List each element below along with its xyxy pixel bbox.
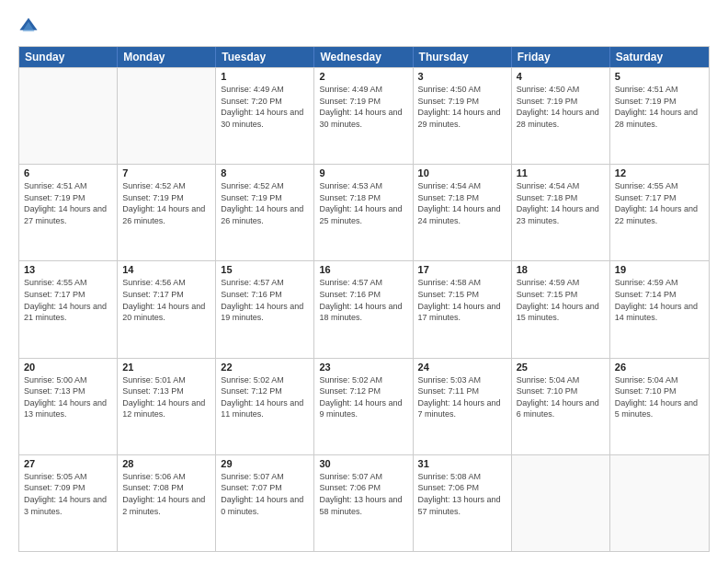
daylight-text: Daylight: 14 hours and 26 minutes. (221, 203, 309, 226)
week-row-4: 20Sunrise: 5:00 AMSunset: 7:13 PMDayligh… (19, 358, 709, 454)
day-cell-30: 30Sunrise: 5:07 AMSunset: 7:06 PMDayligh… (314, 455, 413, 551)
day-cell-2: 2Sunrise: 4:49 AMSunset: 7:19 PMDaylight… (314, 68, 413, 164)
day-cell-7: 7Sunrise: 4:52 AMSunset: 7:19 PMDaylight… (118, 165, 216, 260)
day-number: 31 (418, 458, 506, 469)
day-number: 21 (122, 362, 210, 373)
sunset-text: Sunset: 7:16 PM (221, 289, 309, 301)
day-number: 13 (24, 264, 112, 275)
daylight-text: Daylight: 14 hours and 15 minutes. (517, 301, 605, 324)
sunset-text: Sunset: 7:18 PM (418, 192, 506, 204)
sunset-text: Sunset: 7:13 PM (24, 385, 112, 397)
day-number: 22 (221, 362, 309, 373)
day-number: 29 (221, 458, 309, 469)
week-row-5: 27Sunrise: 5:05 AMSunset: 7:09 PMDayligh… (19, 454, 709, 551)
sunset-text: Sunset: 7:15 PM (517, 289, 605, 301)
sunset-text: Sunset: 7:09 PM (24, 482, 112, 494)
sunrise-text: Sunrise: 5:02 AM (221, 374, 309, 386)
day-cell-1: 1Sunrise: 4:49 AMSunset: 7:20 PMDaylight… (216, 68, 314, 164)
sunrise-text: Sunrise: 4:49 AM (319, 84, 407, 96)
sunset-text: Sunset: 7:17 PM (122, 289, 210, 301)
week-row-2: 6Sunrise: 4:51 AMSunset: 7:19 PMDaylight… (19, 164, 709, 260)
day-number: 6 (24, 167, 112, 178)
day-cell-20: 20Sunrise: 5:00 AMSunset: 7:13 PMDayligh… (19, 359, 118, 454)
day-number: 30 (319, 458, 407, 469)
day-cell-24: 24Sunrise: 5:03 AMSunset: 7:11 PMDayligh… (414, 359, 512, 454)
day-cell-29: 29Sunrise: 5:07 AMSunset: 7:07 PMDayligh… (216, 455, 314, 551)
daylight-text: Daylight: 14 hours and 0 minutes. (221, 494, 309, 517)
sunrise-text: Sunrise: 4:51 AM (615, 84, 704, 96)
day-cell-18: 18Sunrise: 4:59 AMSunset: 7:15 PMDayligh… (512, 261, 610, 357)
day-cell-19: 19Sunrise: 4:59 AMSunset: 7:14 PMDayligh… (610, 261, 709, 357)
day-number: 7 (122, 167, 210, 178)
sunset-text: Sunset: 7:20 PM (221, 96, 309, 108)
day-cell-25: 25Sunrise: 5:04 AMSunset: 7:10 PMDayligh… (512, 359, 610, 454)
day-cell-5: 5Sunrise: 4:51 AMSunset: 7:19 PMDaylight… (610, 68, 709, 164)
sunset-text: Sunset: 7:06 PM (418, 482, 506, 494)
sunrise-text: Sunrise: 4:58 AM (418, 277, 506, 289)
sunset-text: Sunset: 7:18 PM (517, 192, 605, 204)
logo (18, 17, 42, 37)
calendar: SundayMondayTuesdayWednesdayThursdayFrid… (18, 46, 710, 552)
daylight-text: Daylight: 14 hours and 30 minutes. (221, 107, 309, 130)
daylight-text: Daylight: 14 hours and 28 minutes. (517, 107, 605, 130)
sunrise-text: Sunrise: 4:52 AM (122, 180, 210, 192)
daylight-text: Daylight: 14 hours and 6 minutes. (517, 397, 605, 420)
daylight-text: Daylight: 14 hours and 17 minutes. (418, 301, 506, 324)
day-cell-3: 3Sunrise: 4:50 AMSunset: 7:19 PMDaylight… (414, 68, 512, 164)
daylight-text: Daylight: 13 hours and 58 minutes. (319, 494, 407, 517)
sunset-text: Sunset: 7:18 PM (319, 192, 407, 204)
header-day-sunday: Sunday (19, 47, 118, 67)
empty-cell (512, 455, 610, 551)
header-day-monday: Monday (118, 47, 216, 67)
sunset-text: Sunset: 7:19 PM (418, 96, 506, 108)
sunrise-text: Sunrise: 5:00 AM (24, 374, 112, 386)
sunset-text: Sunset: 7:10 PM (615, 385, 704, 397)
day-cell-11: 11Sunrise: 4:54 AMSunset: 7:18 PMDayligh… (512, 165, 610, 260)
day-cell-12: 12Sunrise: 4:55 AMSunset: 7:17 PMDayligh… (610, 165, 709, 260)
day-cell-28: 28Sunrise: 5:06 AMSunset: 7:08 PMDayligh… (118, 455, 216, 551)
day-number: 19 (615, 264, 704, 275)
sunset-text: Sunset: 7:19 PM (24, 192, 112, 204)
daylight-text: Daylight: 14 hours and 13 minutes. (24, 397, 112, 420)
daylight-text: Daylight: 14 hours and 12 minutes. (122, 397, 210, 420)
day-number: 15 (221, 264, 309, 275)
sunrise-text: Sunrise: 4:56 AM (122, 277, 210, 289)
daylight-text: Daylight: 14 hours and 26 minutes. (122, 203, 210, 226)
day-number: 18 (517, 264, 605, 275)
day-number: 8 (221, 167, 309, 178)
sunset-text: Sunset: 7:19 PM (517, 96, 605, 108)
header-day-saturday: Saturday (610, 47, 709, 67)
day-number: 4 (517, 71, 605, 82)
sunrise-text: Sunrise: 4:55 AM (24, 277, 112, 289)
sunrise-text: Sunrise: 4:50 AM (517, 84, 605, 96)
sunset-text: Sunset: 7:11 PM (418, 385, 506, 397)
day-number: 2 (319, 71, 407, 82)
sunrise-text: Sunrise: 5:07 AM (221, 471, 309, 483)
day-cell-4: 4Sunrise: 4:50 AMSunset: 7:19 PMDaylight… (512, 68, 610, 164)
sunset-text: Sunset: 7:12 PM (221, 385, 309, 397)
sunset-text: Sunset: 7:13 PM (122, 385, 210, 397)
day-number: 9 (319, 167, 407, 178)
day-number: 27 (24, 458, 112, 469)
sunrise-text: Sunrise: 4:49 AM (221, 84, 309, 96)
sunrise-text: Sunrise: 4:57 AM (319, 277, 407, 289)
day-cell-26: 26Sunrise: 5:04 AMSunset: 7:10 PMDayligh… (610, 359, 709, 454)
day-number: 5 (615, 71, 704, 82)
day-cell-6: 6Sunrise: 4:51 AMSunset: 7:19 PMDaylight… (19, 165, 118, 260)
logo-icon (18, 17, 39, 37)
day-number: 16 (319, 264, 407, 275)
sunset-text: Sunset: 7:17 PM (24, 289, 112, 301)
day-cell-21: 21Sunrise: 5:01 AMSunset: 7:13 PMDayligh… (118, 359, 216, 454)
header-day-tuesday: Tuesday (216, 47, 314, 67)
sunrise-text: Sunrise: 4:59 AM (615, 277, 704, 289)
day-cell-10: 10Sunrise: 4:54 AMSunset: 7:18 PMDayligh… (414, 165, 512, 260)
daylight-text: Daylight: 14 hours and 22 minutes. (615, 203, 704, 226)
day-cell-23: 23Sunrise: 5:02 AMSunset: 7:12 PMDayligh… (314, 359, 413, 454)
sunrise-text: Sunrise: 5:07 AM (319, 471, 407, 483)
calendar-body: 1Sunrise: 4:49 AMSunset: 7:20 PMDaylight… (19, 67, 709, 551)
sunrise-text: Sunrise: 4:52 AM (221, 180, 309, 192)
day-cell-17: 17Sunrise: 4:58 AMSunset: 7:15 PMDayligh… (414, 261, 512, 357)
sunrise-text: Sunrise: 5:06 AM (122, 471, 210, 483)
sunrise-text: Sunrise: 4:54 AM (517, 180, 605, 192)
day-cell-13: 13Sunrise: 4:55 AMSunset: 7:17 PMDayligh… (19, 261, 118, 357)
